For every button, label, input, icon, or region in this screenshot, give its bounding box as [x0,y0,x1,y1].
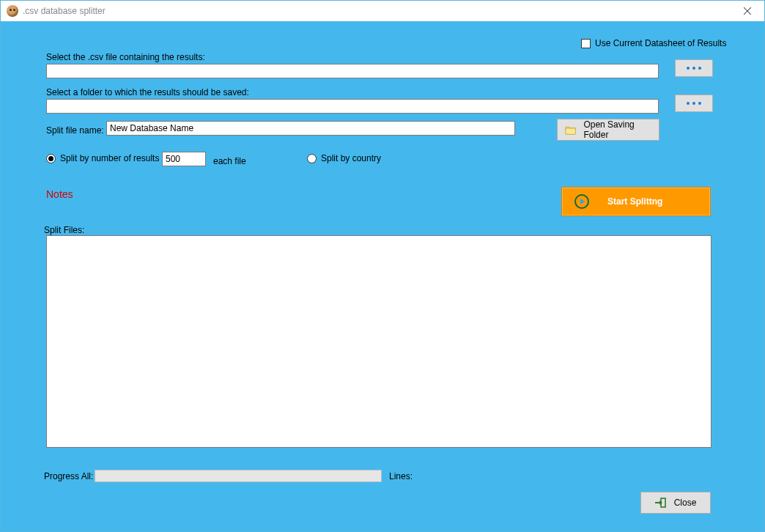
filename-input[interactable] [106,121,515,136]
each-file-label: each file [213,156,246,166]
count-input[interactable] [162,152,206,166]
progress-all-label: Progress All: [44,471,93,481]
browse-folder-button[interactable] [675,95,713,112]
select-folder-label: Select a folder to which the results sho… [46,87,249,97]
exit-icon [655,497,667,509]
ellipsis-icon [687,102,701,105]
app-icon [7,5,18,17]
select-csv-label: Select the .csv file containing the resu… [46,52,205,62]
folder-icon [565,125,576,135]
ellipsis-icon [687,67,701,70]
button-label: Close [674,498,697,508]
split-by-country-radio[interactable]: Split by country [307,153,381,163]
lines-label: Lines: [389,471,413,481]
notes-label: Notes [46,188,73,200]
radio-label: Split by country [321,153,381,163]
svg-marker-3 [580,199,585,204]
browse-csv-button[interactable] [675,59,713,77]
window-close-button[interactable] [731,1,764,21]
radio-icon [46,154,56,163]
csv-path-input[interactable] [46,64,659,78]
split-files-label: Split Files: [44,225,84,235]
window-title: .csv database splitter [23,6,106,16]
split-filename-label: Split file name: [46,125,104,136]
content-area: Use Current Datasheet of Results Select … [1,21,764,531]
start-splitting-button[interactable]: Start Splittng [561,187,711,216]
split-by-number-radio[interactable]: Split by number of results [46,153,159,163]
button-label: Start Splittng [607,196,662,207]
titlebar: .csv database splitter [1,1,764,21]
open-saving-folder-button[interactable]: Open Saving Folder [557,119,659,141]
button-label: Open Saving Folder [583,119,659,140]
close-button[interactable]: Close [640,492,711,514]
split-files-listbox[interactable] [46,235,712,448]
checkbox-icon [581,39,591,48]
radio-label: Split by number of results [60,153,159,163]
progress-bar [95,470,382,482]
use-current-datasheet-checkbox[interactable]: Use Current Datasheet of Results [581,38,726,48]
checkbox-label: Use Current Datasheet of Results [595,38,726,48]
main-window: .csv database splitter Use Current Datas… [0,0,765,532]
play-icon [574,193,590,210]
folder-path-input[interactable] [46,99,659,114]
close-icon [744,7,751,15]
radio-icon [307,154,317,163]
